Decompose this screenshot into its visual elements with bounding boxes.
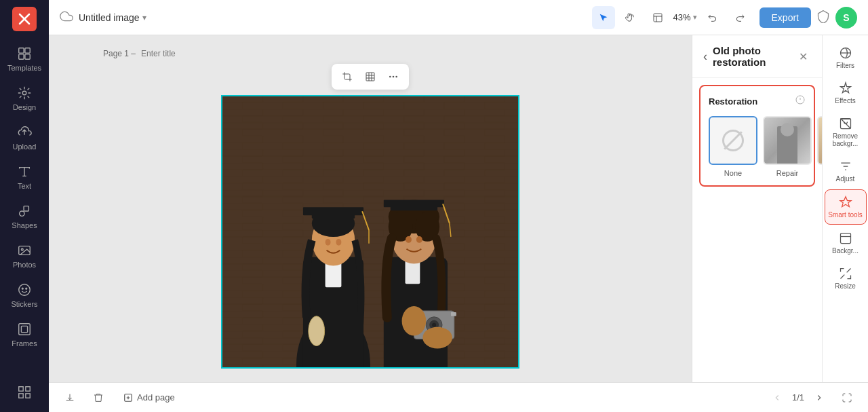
zoom-control[interactable]: 43% ▾: [673, 12, 697, 22]
panel-content: ‹ Old photo restoration ✕ Restoration: [692, 35, 822, 382]
canvas-frame[interactable]: [221, 95, 519, 369]
page-label: Page 1 –: [103, 49, 136, 58]
page-info: 1/1: [792, 392, 804, 402]
bottombar: Add page 1/1: [49, 382, 868, 412]
export-button[interactable]: Export: [760, 7, 811, 28]
sidebar-item-templates[interactable]: Templates: [3, 41, 45, 77]
tool-side-adjust[interactable]: Adjust: [825, 154, 867, 188]
section-info-icon: [795, 94, 806, 108]
undo-button[interactable]: [701, 6, 724, 29]
left-sidebar: Templates Design Upload Text Shapes: [0, 0, 49, 412]
crop-tool-button[interactable]: [337, 67, 357, 87]
restore-option-colorize[interactable]: Colorize: [817, 116, 822, 177]
app-logo[interactable]: [12, 7, 37, 31]
tool-side-background[interactable]: Backgr...: [825, 226, 867, 260]
svg-rect-12: [19, 324, 31, 335]
cloud-icon: [60, 10, 73, 26]
sidebar-item-stickers[interactable]: Stickers: [3, 277, 45, 314]
avatar[interactable]: S: [835, 7, 857, 29]
svg-rect-13: [21, 326, 27, 332]
main-area: Untitled image ▾: [49, 0, 868, 412]
svg-rect-14: [19, 387, 23, 391]
svg-rect-0: [19, 48, 24, 53]
grid-tool-button[interactable]: [360, 67, 380, 87]
sidebar-item-photos[interactable]: Photos: [3, 238, 45, 274]
panel-close-button[interactable]: ✕: [795, 47, 811, 66]
svg-rect-62: [840, 233, 850, 244]
hand-tool-button[interactable]: [619, 6, 642, 29]
svg-point-57: [422, 327, 452, 349]
restore-thumb-repair[interactable]: [763, 116, 812, 165]
topbar-tools: 43% ▾: [592, 6, 751, 29]
svg-point-8: [21, 248, 23, 250]
tool-side-resize[interactable]: Resize: [825, 261, 867, 295]
svg-rect-39: [406, 261, 420, 284]
more-options-button[interactable]: [383, 67, 403, 87]
svg-rect-54: [451, 312, 456, 316]
sidebar-item-frames[interactable]: Frames: [3, 316, 45, 353]
tool-side-effects[interactable]: Effects: [825, 76, 867, 110]
canvas-area: ‹ Page 1 –: [49, 35, 868, 382]
tool-side-smart-tools[interactable]: Smart tools: [825, 189, 867, 225]
shield-icon: [816, 10, 830, 26]
svg-rect-33: [303, 207, 363, 215]
svg-point-20: [389, 76, 391, 78]
svg-rect-6: [24, 206, 28, 211]
add-page-button[interactable]: Add page: [117, 390, 182, 405]
svg-point-53: [432, 323, 436, 327]
panel-header-back[interactable]: ‹ Old photo restoration: [703, 45, 795, 68]
topbar-logo-area: Untitled image ▾: [60, 10, 146, 26]
restore-thumb-colorize[interactable]: [817, 116, 822, 165]
sidebar-item-shapes[interactable]: Shapes: [3, 198, 45, 235]
page-label-row: Page 1 –: [103, 49, 243, 58]
svg-point-4: [22, 91, 26, 95]
page-next-button[interactable]: [810, 388, 829, 407]
tool-side-remove-bg[interactable]: Remove backgr...: [825, 111, 867, 153]
select-tool-button[interactable]: [592, 6, 615, 29]
svg-point-56: [402, 306, 427, 336]
download-button[interactable]: [60, 388, 80, 408]
document-title[interactable]: Untitled image ▾: [79, 12, 146, 23]
canvas-image: [222, 96, 518, 367]
repair-thumb-image: [764, 117, 810, 164]
svg-point-11: [26, 288, 27, 289]
panel-header: ‹ Old photo restoration ✕: [692, 35, 822, 78]
svg-point-5: [20, 211, 24, 216]
section-title: Restoration: [709, 96, 757, 107]
sidebar-item-text[interactable]: Text: [3, 159, 45, 195]
svg-point-36: [326, 239, 331, 246]
page-title-input[interactable]: [141, 49, 243, 58]
svg-rect-45: [384, 200, 444, 207]
panel-title: Old photo restoration: [713, 45, 795, 68]
restore-label-none: None: [724, 169, 742, 177]
restore-label-repair: Repair: [776, 169, 798, 177]
sidebar-item-design[interactable]: Design: [3, 80, 45, 117]
tools-sidebar: Filters Effects Remove backgr...: [822, 35, 868, 382]
canvas-container[interactable]: ‹ Page 1 –: [49, 35, 692, 382]
close-icon: ✕: [799, 50, 808, 63]
topbar: Untitled image ▾: [49, 0, 868, 35]
colorize-thumb-image: [818, 117, 822, 164]
layout-tool-button[interactable]: [646, 6, 669, 29]
sidebar-item-grid[interactable]: [3, 379, 45, 405]
restore-thumb-none[interactable]: [709, 116, 757, 165]
sidebar-item-upload[interactable]: Upload: [3, 119, 45, 156]
svg-point-21: [393, 76, 395, 78]
svg-point-9: [19, 284, 31, 296]
tool-side-filters[interactable]: Filters: [825, 41, 867, 75]
back-icon: ‹: [703, 50, 707, 64]
page-prev-button[interactable]: [768, 388, 787, 407]
redo-button[interactable]: [728, 6, 751, 29]
svg-rect-3: [25, 54, 30, 59]
restore-option-none[interactable]: None: [709, 116, 757, 177]
svg-point-49: [416, 236, 422, 243]
none-icon: [722, 130, 744, 151]
expand-button[interactable]: [837, 388, 857, 408]
svg-rect-16: [19, 394, 23, 398]
page-navigation: 1/1: [768, 388, 829, 407]
delete-button[interactable]: [88, 388, 108, 408]
svg-rect-2: [25, 48, 30, 53]
restore-option-repair[interactable]: Repair: [763, 116, 812, 177]
svg-point-10: [22, 288, 23, 289]
svg-rect-17: [26, 394, 30, 398]
